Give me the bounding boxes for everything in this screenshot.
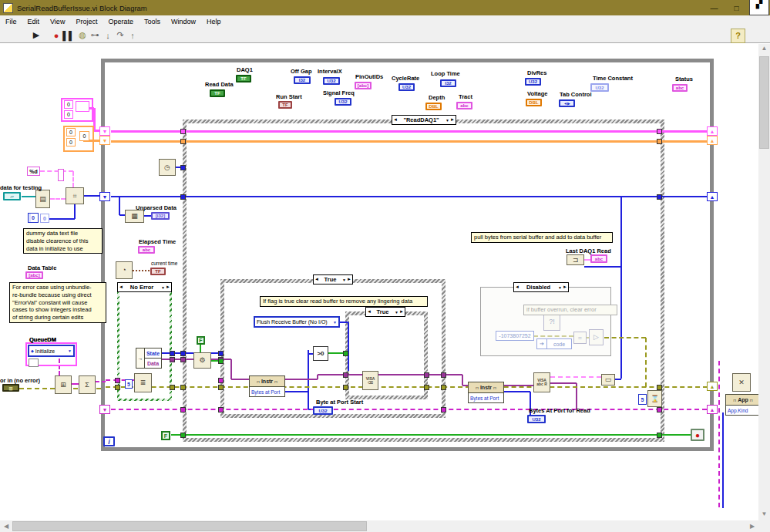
terminal-intervalx[interactable]: U32 (323, 77, 340, 85)
wire-blue[interactable] (144, 215, 151, 217)
terminal--[interactable]: ● (691, 429, 704, 441)
constant[interactable]: 5 (125, 379, 133, 389)
terminal-i[interactable]: i (103, 436, 115, 446)
shift-register[interactable]: ▲ (707, 192, 718, 201)
retain-wire-values-button[interactable]: ⊶ (88, 29, 102, 42)
selector-next-icon[interactable]: ► (166, 283, 170, 291)
wire-magenta[interactable] (718, 361, 720, 507)
selector-next-icon[interactable]: ► (563, 283, 567, 291)
context-help-button[interactable]: ? (731, 29, 745, 43)
step-out-button[interactable]: ↑ (126, 29, 140, 42)
release-queue-icon[interactable]: ✕ (732, 373, 751, 392)
wire-purple[interactable] (462, 375, 463, 386)
obtain-queue-icon[interactable]: ⊞ (55, 375, 72, 394)
cluster-cell[interactable] (76, 101, 89, 112)
wait-ms-icon[interactable]: ⌛ (647, 390, 662, 407)
comment[interactable]: pull bytes from serial buffer and add to… (471, 232, 613, 243)
property-node-row[interactable]: Bytes at Port (469, 393, 503, 402)
vertical-scroll-thumb[interactable] (759, 56, 769, 149)
comment[interactable]: If flag is true clear read buffer to rem… (260, 296, 428, 307)
cluster-cell[interactable]: 0 (64, 100, 73, 109)
menu-item-window[interactable]: Window (166, 15, 201, 27)
case-selector[interactable]: ◄True▼► (365, 307, 405, 317)
case-selector[interactable]: ◄True▼► (313, 274, 353, 285)
wire-pinkstr[interactable] (40, 170, 73, 172)
terminal-voltage[interactable]: DBL (526, 99, 542, 106)
maximize-button[interactable]: □ (725, 0, 748, 15)
terminal-run-start[interactable]: TF (278, 101, 292, 109)
property-node-row[interactable]: Bytes at Port (250, 387, 284, 396)
wire-brown[interactable] (133, 270, 150, 271)
wire-blue[interactable] (74, 204, 76, 219)
scroll-up-icon[interactable]: ▲ (758, 45, 770, 52)
wire-blue[interactable] (119, 197, 120, 215)
select-icon[interactable]: ▷ (589, 329, 604, 345)
wire-blue[interactable] (84, 195, 100, 197)
terminal-elapsed-time[interactable]: abc (138, 246, 155, 254)
menu-item-tools[interactable]: Tools (139, 15, 166, 27)
case-selector[interactable]: ◄No Error▼► (117, 282, 172, 292)
constant[interactable]: 0 (40, 214, 49, 223)
menu-item-file[interactable]: File (0, 15, 22, 27)
wire-blue[interactable] (503, 391, 530, 392)
wire-magenta[interactable] (96, 381, 106, 382)
wire-purple[interactable] (230, 359, 232, 379)
menu-item-help[interactable]: Help (201, 15, 227, 27)
wire-blue[interactable] (620, 197, 622, 379)
terminal-read-data[interactable]: TF (210, 89, 225, 97)
spreadsheet-string-to-array-icon[interactable]: ⌗ (66, 187, 84, 204)
wire-blue[interactable] (284, 391, 308, 392)
terminal-time-constant[interactable]: U32 (590, 83, 609, 92)
vi-icon-pane[interactable]: ▞ (749, 0, 769, 15)
constant[interactable] (58, 169, 64, 181)
selector-next-icon[interactable]: ► (347, 275, 351, 284)
cluster-cell[interactable]: 0 (64, 110, 73, 119)
terminal-data-table[interactable]: [abc] (25, 271, 43, 279)
wire-blue[interactable] (615, 379, 621, 380)
terminal-loop-time[interactable]: I32 (440, 79, 456, 87)
scroll-right-icon[interactable]: ▶ (747, 523, 758, 530)
constant[interactable]: -1073807252 (496, 331, 534, 341)
case-selector[interactable]: ◄"ReadDAQ1"▼► (392, 115, 456, 125)
terminal-data-for-testing[interactable]: ▱ (3, 192, 21, 200)
shift-register[interactable]: ▲ (707, 382, 718, 391)
terminal-last-daq1-read[interactable]: abc (590, 254, 607, 263)
menu-item-project[interactable]: Project (70, 15, 103, 27)
wire-blue[interactable] (722, 412, 724, 508)
terminal-current-time[interactable]: TF (150, 268, 166, 275)
unbundle-code-node[interactable]: ➔code (536, 338, 572, 349)
wire-olive[interactable] (604, 337, 646, 338)
terminal-or-in-no-error-[interactable]: ⊞ (2, 384, 19, 392)
terminal-signal-freq[interactable]: U32 (335, 98, 351, 106)
greater-than-zero-icon[interactable]: >0 (313, 346, 328, 361)
shift-register[interactable]: ▼ (99, 126, 110, 136)
menu-item-edit[interactable]: Edit (22, 15, 45, 27)
wire-green[interactable] (171, 434, 691, 436)
ms-timer-icon[interactable]: ◷ (159, 159, 176, 176)
constant[interactable]: F (197, 336, 205, 345)
minimize-button[interactable]: — (703, 0, 725, 15)
cluster-cell[interactable]: 0 (66, 138, 76, 146)
terminal-byte-at-port-start[interactable]: U32 (313, 406, 333, 415)
selector-next-icon[interactable]: ► (399, 308, 404, 316)
to-string-icon[interactable]: ⊐ (567, 254, 584, 265)
wire-purple[interactable] (378, 374, 462, 375)
wire-magenta[interactable] (111, 409, 707, 410)
terminal-daq1[interactable]: TF (236, 75, 251, 82)
constant[interactable]: 5 (638, 394, 647, 405)
wire-olive[interactable] (645, 338, 647, 387)
equals-icon[interactable]: = (573, 332, 587, 344)
terminal-cyclerate[interactable]: U32 (398, 83, 415, 91)
ring-constant-flush-buffer[interactable]: Flush Receive Buffer (No I/O)▼ (254, 316, 340, 328)
date-time-icon[interactable]: ◔ (116, 261, 133, 279)
shift-register[interactable]: ▲ (707, 405, 718, 414)
bundle-by-name[interactable]: →StateData (136, 348, 162, 369)
comment[interactable]: dummy data text file disable clearence o… (23, 228, 103, 254)
property-node-instr[interactable]: ⊓Instr⊓Bytes at Port (249, 375, 285, 397)
bundle-row[interactable]: State (145, 348, 161, 359)
terminal-tract[interactable]: abc (456, 102, 472, 109)
terminal-bytes-at-port-for-read[interactable]: U32 (527, 415, 546, 423)
visa-flush-icon[interactable]: VISA ⌫ (362, 371, 378, 390)
wire-pinkstr[interactable] (550, 376, 601, 378)
wire-orange[interactable] (111, 140, 708, 143)
